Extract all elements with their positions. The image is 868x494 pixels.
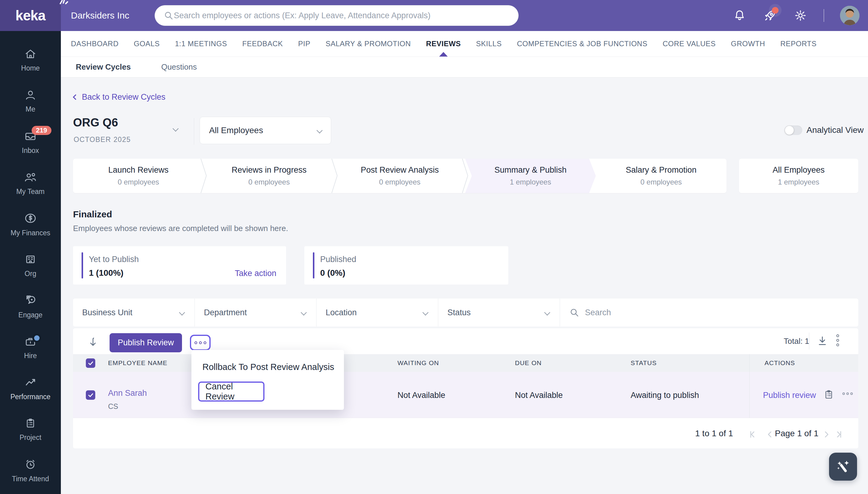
back-to-review-cycles-link[interactable]: Back to Review Cycles <box>74 92 166 102</box>
chevron-down-icon <box>422 309 429 316</box>
tab-pip[interactable]: PIP <box>298 31 310 57</box>
col-waiting-on[interactable]: WAITING ON <box>397 354 439 372</box>
col-employee-name[interactable]: EMPLOYEE NAME <box>108 354 167 372</box>
col-due-on[interactable]: DUE ON <box>515 354 542 372</box>
stage-salary-promotion[interactable]: Salary & Promotion 0 employees <box>596 159 726 193</box>
employee-name-link[interactable]: Ann Sarah <box>108 388 147 398</box>
hire-status-dot <box>32 334 41 343</box>
row-more-actions-icon[interactable] <box>843 393 853 395</box>
review-summary-clipboard-icon[interactable] <box>823 389 834 400</box>
tab-reports[interactable]: REPORTS <box>780 31 817 57</box>
tab-salary-promotion[interactable]: SALARY & PROMOTION <box>326 31 411 57</box>
topbar: keka Darksiders Inc <box>0 0 868 31</box>
subnav-review-cycles[interactable]: Review Cycles <box>76 62 131 72</box>
tab-growth[interactable]: GROWTH <box>731 31 765 57</box>
yet-to-publish-value: 1 (100%) <box>89 268 124 278</box>
org-building-icon <box>24 253 37 266</box>
filter-department[interactable]: Department <box>195 299 317 326</box>
sidebar-item-performance[interactable]: Performance <box>0 368 61 409</box>
take-action-link[interactable]: Take action <box>235 269 276 278</box>
sidebar-item-engage[interactable]: Engage <box>0 286 61 327</box>
col-status[interactable]: STATUS <box>631 354 657 372</box>
stage-launch-reviews[interactable]: Launch Reviews 0 employees <box>73 159 204 193</box>
user-avatar[interactable] <box>840 6 860 25</box>
sort-descending-icon[interactable] <box>88 336 100 348</box>
select-all-checkbox[interactable] <box>86 358 95 368</box>
cycle-chevron-icon[interactable] <box>173 126 179 132</box>
whats-new-rocket-icon[interactable] <box>763 8 777 23</box>
last-page-icon[interactable] <box>834 429 844 441</box>
keka-logo-text: keka <box>16 7 46 24</box>
sidebar-item-hire[interactable]: Hire <box>0 327 61 368</box>
tab-goals[interactable]: GOALS <box>134 31 160 57</box>
bulk-actions-dropdown-menu: Rollback To Post Review Analysis Cancel … <box>192 350 344 410</box>
checkmark-icon <box>87 360 94 367</box>
keka-logo[interactable]: keka <box>0 0 61 31</box>
stage-summary-publish[interactable]: Summary & Publish 1 employees <box>465 159 596 193</box>
sidebar-item-home[interactable]: Home <box>0 39 61 80</box>
stage-post-review-analysis[interactable]: Post Review Analysis 0 employees <box>334 159 465 193</box>
sidebar-item-inbox[interactable]: 219 Inbox <box>0 121 61 163</box>
global-search[interactable] <box>155 5 519 26</box>
next-page-icon[interactable] <box>821 429 831 441</box>
bulk-more-actions-button[interactable] <box>190 335 211 350</box>
chevron-down-icon <box>317 127 323 133</box>
search-icon <box>569 307 579 318</box>
tab-core-values[interactable]: CORE VALUES <box>663 31 716 57</box>
all-employees-stage-card[interactable]: All Employees 1 employees <box>739 159 858 193</box>
filter-status[interactable]: Status <box>438 299 560 326</box>
ai-assistant-fab[interactable] <box>829 453 857 481</box>
sidebar: Home Me 219 Inbox My Team <box>0 31 61 494</box>
due-on-value: Not Available <box>515 391 563 400</box>
stage-separator <box>462 159 469 193</box>
first-page-icon[interactable] <box>747 429 758 441</box>
settings-gear-icon[interactable] <box>793 8 808 23</box>
tab-skills[interactable]: SKILLS <box>476 31 502 57</box>
tab-dashboard[interactable]: DASHBOARD <box>71 31 119 57</box>
waiting-on-value: Not Available <box>397 391 445 400</box>
subnav-questions[interactable]: Questions <box>161 62 197 72</box>
sidebar-item-me[interactable]: Me <box>0 80 61 121</box>
total-count-label: Total: 1 <box>784 337 809 346</box>
table-search-input[interactable] <box>585 308 849 317</box>
stage-reviews-in-progress[interactable]: Reviews in Progress 0 employees <box>204 159 334 193</box>
row-checkbox[interactable] <box>86 390 95 400</box>
notifications-bell-icon[interactable] <box>732 8 747 23</box>
table-search[interactable] <box>560 299 858 326</box>
sidebar-item-my-team[interactable]: My Team <box>0 163 61 204</box>
sidebar-item-org[interactable]: Org <box>0 245 61 286</box>
tab-reviews[interactable]: REVIEWS <box>426 31 461 57</box>
tab-competencies[interactable]: COMPETENCIES & JOB FUNCTIONS <box>517 31 647 57</box>
filter-location[interactable]: Location <box>317 299 438 326</box>
publish-review-link[interactable]: Publish review <box>763 391 816 400</box>
prev-page-icon[interactable] <box>765 429 775 441</box>
sidebar-item-my-finances[interactable]: My Finances <box>0 204 61 245</box>
chevron-down-icon <box>301 309 307 316</box>
employees-table-card: Publish Review Total: 1 EMPLOYEE NAME WA… <box>73 328 858 449</box>
published-value: 0 (0%) <box>320 268 345 278</box>
tab-feedback[interactable]: FEEDBACK <box>242 31 283 57</box>
audience-filter-select[interactable]: All Employees <box>200 117 331 144</box>
chevron-down-icon <box>179 309 185 316</box>
analytical-view-toggle[interactable] <box>784 126 802 135</box>
pagination-page-label: Page 1 of 1 <box>775 429 818 438</box>
menu-rollback-item[interactable]: Rollback To Post Review Analysis <box>202 362 334 372</box>
publish-review-button[interactable]: Publish Review <box>110 333 182 352</box>
cycle-period: OCTOBER 2025 <box>74 136 131 144</box>
company-name: Darksiders Inc <box>71 0 129 31</box>
sidebar-item-project[interactable]: Project <box>0 409 61 450</box>
analytical-view-label: Analytical View <box>807 125 864 135</box>
yet-to-publish-card: Yet to Publish 1 (100%) Take action <box>73 246 286 285</box>
table-header: EMPLOYEE NAME WAITING ON DUE ON STATUS A… <box>73 354 858 372</box>
table-kebab-menu-icon[interactable] <box>836 335 839 346</box>
tab-1-1-meetings[interactable]: 1:1 MEETINGS <box>175 31 227 57</box>
menu-cancel-review-item[interactable]: Cancel Review <box>198 381 265 402</box>
download-icon[interactable] <box>816 335 828 347</box>
cycle-name[interactable]: ORG Q6 <box>73 116 118 129</box>
sidebar-item-time-attend[interactable]: Time Attend <box>0 450 61 491</box>
filter-business-unit[interactable]: Business Unit <box>73 299 195 326</box>
employee-department: CS <box>108 402 118 411</box>
global-search-input[interactable] <box>174 11 510 20</box>
stage-separator <box>331 159 338 193</box>
actions-column-divider <box>749 354 749 418</box>
